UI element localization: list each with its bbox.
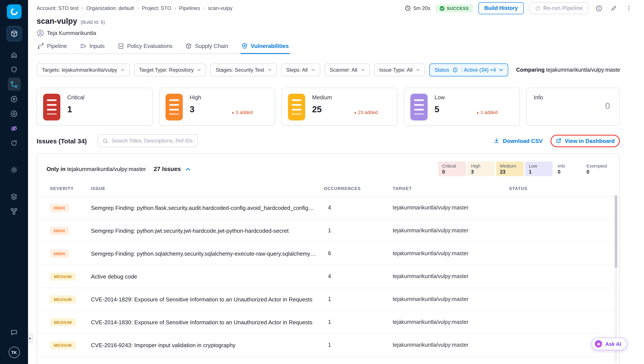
breadcrumb-project[interactable]: Project: STO: [142, 5, 171, 11]
breadcrumb-account[interactable]: Account: STO test: [37, 5, 78, 11]
filter-scanner[interactable]: Scanner: All: [324, 64, 370, 76]
table-row[interactable]: MEDIUM CVE-2014-1830: Exposure of Sensit…: [37, 310, 620, 333]
high-severity-icon: [166, 94, 183, 120]
search-icon: [103, 138, 108, 143]
filter-target-type[interactable]: Target Type: Repository: [134, 64, 206, 76]
up-arrow-icon: ▴: [354, 110, 356, 114]
chip-low-label: Low: [529, 163, 548, 168]
harness-logo[interactable]: [7, 4, 21, 19]
tab-vulnerabilities[interactable]: Vulnerabilities: [240, 43, 290, 54]
title-row: scan-vulpy (Build Id: 6): [28, 17, 644, 26]
table-row[interactable]: MEDIUM: [37, 356, 620, 364]
tab-pipeline[interactable]: Pipeline: [37, 43, 68, 54]
tab-inputs[interactable]: Inputs: [79, 43, 106, 54]
target-value: tejakummarikuntla/vulpy:master: [393, 228, 509, 234]
occurrences-value: 6: [324, 250, 393, 257]
card-low: Low 5 ▴ 1 added: [404, 88, 520, 126]
filter-issue-type[interactable]: Issue Type: All: [374, 64, 425, 76]
inputs-icon: [80, 43, 86, 49]
chevron-down-icon: [311, 69, 315, 71]
sidebar-item-home[interactable]: [8, 48, 20, 61]
sidebar-item-organization[interactable]: [8, 205, 20, 218]
table-row[interactable]: MEDIUM CVE-2016-9243: Improper input val…: [37, 333, 620, 356]
up-arrow-icon: ▴: [232, 110, 234, 114]
topbar: Account: STO test › Organization: defaul…: [28, 0, 644, 17]
topbar-actions: 5m 20s SUCCESS Build History Re-run Pipe…: [405, 2, 634, 14]
ask-ai-button[interactable]: Ask AI: [592, 338, 627, 350]
breadcrumb-pipelines[interactable]: Pipelines: [179, 5, 200, 11]
sidebar-item-pipelines[interactable]: [8, 78, 20, 91]
issue-title: Semgrep Finding: python.sqlalchemy.secur…: [91, 250, 324, 257]
occurrences-value: 1: [324, 228, 393, 234]
module-selector[interactable]: [6, 26, 22, 42]
group-title: Only in tejakummarikuntla/vulpy:master: [46, 165, 146, 172]
target-value: tejakummarikuntla/vulpy:master: [393, 205, 509, 211]
info-button[interactable]: [594, 4, 604, 13]
check-circle-icon: [440, 6, 445, 11]
run-duration: 5m 20s: [405, 5, 430, 11]
sidebar: TK: [0, 0, 28, 364]
chip-medium-label: Medium: [500, 163, 520, 168]
sidebar-item-executions[interactable]: [8, 92, 20, 105]
breadcrumb-organization[interactable]: Organization: default: [86, 5, 134, 11]
sidebar-item-scans[interactable]: [8, 63, 20, 76]
build-history-button[interactable]: Build History: [478, 2, 524, 14]
filter-stages-label: Stages: Security Test: [216, 67, 264, 73]
table-row[interactable]: HIGH Semgrep Finding: python.flask.secur…: [37, 196, 620, 219]
breadcrumb-separator: ›: [174, 5, 176, 11]
issue-title: Active debug code: [91, 273, 324, 280]
table-row[interactable]: HIGH Semgrep Finding: python.jwt.securit…: [37, 219, 620, 242]
feedback-button[interactable]: [8, 326, 20, 339]
help-panel-expander[interactable]: ▸: [28, 333, 33, 343]
status-badge-label: SUCCESS: [447, 6, 469, 11]
filter-stages[interactable]: Stages: Security Test: [210, 64, 277, 76]
table-row[interactable]: HIGH Semgrep Finding: python.sqlalchemy.…: [37, 242, 620, 265]
tab-policy-evaluations[interactable]: Policy Evaluations: [116, 43, 173, 54]
user-avatar[interactable]: TK: [8, 347, 20, 358]
issue-title: Semgrep Finding: python.flask.security.a…: [91, 205, 324, 211]
chip-critical-count: 0: [442, 169, 462, 174]
filter-targets[interactable]: Targets: tejakummarikuntla/vulpy: [37, 64, 130, 76]
occurrences-value: 1: [324, 319, 393, 325]
sidebar-bottom: TK: [8, 326, 20, 358]
sidebar-item-sync[interactable]: [8, 136, 20, 149]
group-only-in: Only in: [46, 165, 66, 172]
build-id: (Build Id: 6): [80, 20, 105, 25]
sidebar-item-project-settings[interactable]: [8, 163, 20, 176]
sidebar-item-security-tests[interactable]: [8, 122, 20, 135]
table-header: SEVERITY ISSUE OCCURRENCES TARGET STATUS: [37, 180, 620, 196]
rerun-pipeline-label: Re-run Pipeline: [543, 5, 583, 11]
search-input[interactable]: [112, 138, 193, 144]
rerun-pipeline-button[interactable]: Re-run Pipeline: [530, 2, 588, 14]
table-scrollbar-thumb[interactable]: [615, 195, 617, 268]
card-critical-label: Critical: [67, 94, 145, 101]
view-in-dashboard-button[interactable]: View in Dashboard: [556, 137, 615, 144]
edit-pipeline-button[interactable]: [609, 4, 618, 13]
more-options-button[interactable]: [624, 4, 634, 13]
chip-high-count: 3: [471, 169, 491, 174]
issue-title: Semgrep Finding: python.jwt.security.jwt…: [91, 227, 324, 234]
sidebar-item-services[interactable]: [8, 190, 20, 203]
harness-logo-mark: [9, 7, 19, 17]
table-row[interactable]: MEDIUM CVE-2014-1829: Exposure of Sensit…: [37, 288, 620, 310]
chip-info-count: 0: [558, 169, 578, 174]
filter-steps[interactable]: Steps: All: [281, 64, 320, 76]
filter-status[interactable]: Status : Active (34) +4: [429, 64, 508, 76]
card-critical-count: 1: [67, 104, 145, 114]
card-low-added: ▴ 1 added: [477, 110, 498, 115]
medium-severity-icon: [288, 94, 305, 120]
collapse-group-button[interactable]: [185, 167, 190, 171]
group-issue-count: 27 Issues: [154, 165, 181, 172]
card-medium-added-label: 23 added: [358, 110, 378, 115]
search-box: [98, 134, 198, 147]
sidebar-item-targets[interactable]: [8, 107, 20, 120]
table-row[interactable]: MEDIUM Active debug code 4 tejakummariku…: [37, 265, 620, 288]
filter-issue-type-label: Issue Type: All: [379, 67, 412, 73]
tab-supply-chain[interactable]: Supply Chain: [184, 43, 229, 54]
download-csv-button[interactable]: Download CSV: [494, 137, 543, 144]
target-value: tejakummarikuntla/vulpy:master: [393, 319, 509, 325]
download-csv-label: Download CSV: [503, 137, 543, 144]
tab-supply-chain-label: Supply Chain: [195, 43, 228, 49]
severity-badge: MEDIUM: [50, 272, 76, 280]
card-info-label: Info: [534, 94, 612, 101]
